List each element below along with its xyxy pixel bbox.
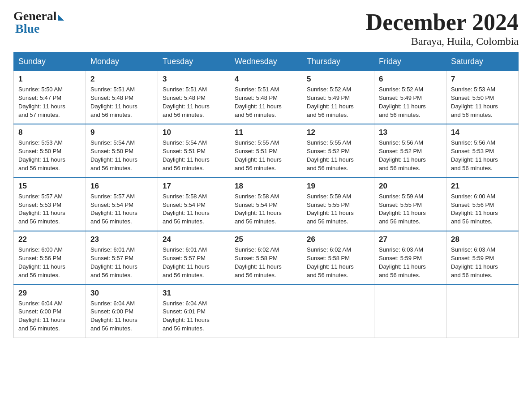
- calendar-cell: 10 Sunrise: 5:54 AM Sunset: 5:51 PM Dayl…: [158, 124, 230, 177]
- day-number: 9: [90, 128, 153, 137]
- day-info: Sunrise: 5:57 AM Sunset: 5:54 PM Dayligh…: [90, 193, 153, 226]
- day-info: Sunrise: 5:57 AM Sunset: 5:53 PM Dayligh…: [18, 193, 81, 226]
- calendar-cell: [374, 285, 446, 338]
- logo: General Blue: [13, 9, 64, 36]
- day-info: Sunrise: 5:56 AM Sunset: 5:53 PM Dayligh…: [451, 139, 514, 172]
- page-title: December 2024: [366, 9, 519, 35]
- logo-blue-text: Blue: [15, 21, 39, 36]
- day-info: Sunrise: 5:58 AM Sunset: 5:54 PM Dayligh…: [163, 193, 225, 226]
- calendar-day-header: Monday: [86, 52, 158, 71]
- day-info: Sunrise: 5:54 AM Sunset: 5:50 PM Dayligh…: [90, 139, 153, 172]
- day-number: 21: [451, 182, 514, 191]
- day-info: Sunrise: 6:00 AM Sunset: 5:56 PM Dayligh…: [18, 246, 81, 279]
- page-header: General Blue December 2024 Baraya, Huila…: [13, 9, 519, 47]
- calendar-cell: 17 Sunrise: 5:58 AM Sunset: 5:54 PM Dayl…: [158, 178, 230, 231]
- day-info: Sunrise: 5:59 AM Sunset: 5:55 PM Dayligh…: [307, 193, 369, 226]
- day-number: 8: [18, 128, 81, 137]
- calendar-cell: 16 Sunrise: 5:57 AM Sunset: 5:54 PM Dayl…: [86, 178, 158, 231]
- day-number: 15: [18, 182, 81, 191]
- calendar-cell: 23 Sunrise: 6:01 AM Sunset: 5:57 PM Dayl…: [86, 231, 158, 284]
- day-info: Sunrise: 5:55 AM Sunset: 5:52 PM Dayligh…: [307, 139, 369, 172]
- calendar-cell: 9 Sunrise: 5:54 AM Sunset: 5:50 PM Dayli…: [86, 124, 158, 177]
- calendar-cell: 1 Sunrise: 5:50 AM Sunset: 5:47 PM Dayli…: [14, 71, 86, 124]
- day-number: 12: [307, 128, 369, 137]
- calendar-cell: 29 Sunrise: 6:04 AM Sunset: 6:00 PM Dayl…: [14, 285, 86, 338]
- day-number: 5: [307, 75, 369, 84]
- calendar-cell: 3 Sunrise: 5:51 AM Sunset: 5:48 PM Dayli…: [158, 71, 230, 124]
- calendar-cell: 31 Sunrise: 6:04 AM Sunset: 6:01 PM Dayl…: [158, 285, 230, 338]
- day-info: Sunrise: 6:01 AM Sunset: 5:57 PM Dayligh…: [90, 246, 153, 279]
- day-info: Sunrise: 5:50 AM Sunset: 5:47 PM Dayligh…: [18, 86, 81, 119]
- calendar-cell: 7 Sunrise: 5:53 AM Sunset: 5:50 PM Dayli…: [446, 71, 519, 124]
- day-number: 17: [163, 182, 225, 191]
- day-number: 27: [379, 235, 442, 244]
- day-number: 3: [163, 75, 225, 84]
- calendar-day-header: Thursday: [302, 52, 374, 71]
- day-number: 30: [90, 289, 153, 298]
- day-number: 2: [90, 75, 153, 84]
- calendar-day-header: Tuesday: [158, 52, 230, 71]
- day-info: Sunrise: 5:51 AM Sunset: 5:48 PM Dayligh…: [235, 86, 297, 119]
- calendar-cell: 21 Sunrise: 6:00 AM Sunset: 5:56 PM Dayl…: [446, 178, 519, 231]
- calendar-cell: 28 Sunrise: 6:03 AM Sunset: 5:59 PM Dayl…: [446, 231, 519, 284]
- page-subtitle: Baraya, Huila, Colombia: [366, 35, 519, 47]
- calendar-cell: 14 Sunrise: 5:56 AM Sunset: 5:53 PM Dayl…: [446, 124, 519, 177]
- day-number: 1: [18, 75, 81, 84]
- day-info: Sunrise: 5:51 AM Sunset: 5:48 PM Dayligh…: [163, 86, 225, 119]
- day-number: 18: [235, 182, 297, 191]
- calendar-cell: 13 Sunrise: 5:56 AM Sunset: 5:52 PM Dayl…: [374, 124, 446, 177]
- day-number: 14: [451, 128, 514, 137]
- calendar-cell: 6 Sunrise: 5:52 AM Sunset: 5:49 PM Dayli…: [374, 71, 446, 124]
- calendar-cell: [230, 285, 302, 338]
- calendar-cell: 8 Sunrise: 5:53 AM Sunset: 5:50 PM Dayli…: [14, 124, 86, 177]
- day-number: 31: [163, 289, 225, 298]
- title-block: December 2024 Baraya, Huila, Colombia: [366, 9, 519, 47]
- day-number: 20: [379, 182, 442, 191]
- calendar-cell: 25 Sunrise: 6:02 AM Sunset: 5:58 PM Dayl…: [230, 231, 302, 284]
- calendar-cell: 22 Sunrise: 6:00 AM Sunset: 5:56 PM Dayl…: [14, 231, 86, 284]
- day-number: 26: [307, 235, 369, 244]
- calendar-cell: 11 Sunrise: 5:55 AM Sunset: 5:51 PM Dayl…: [230, 124, 302, 177]
- calendar-cell: 26 Sunrise: 6:02 AM Sunset: 5:58 PM Dayl…: [302, 231, 374, 284]
- day-info: Sunrise: 6:02 AM Sunset: 5:58 PM Dayligh…: [307, 246, 369, 279]
- calendar-cell: 12 Sunrise: 5:55 AM Sunset: 5:52 PM Dayl…: [302, 124, 374, 177]
- day-info: Sunrise: 6:04 AM Sunset: 6:00 PM Dayligh…: [18, 300, 81, 333]
- calendar-cell: 4 Sunrise: 5:51 AM Sunset: 5:48 PM Dayli…: [230, 71, 302, 124]
- calendar-cell: 24 Sunrise: 6:01 AM Sunset: 5:57 PM Dayl…: [158, 231, 230, 284]
- day-number: 16: [90, 182, 153, 191]
- logo-arrow-icon: [58, 14, 64, 21]
- day-info: Sunrise: 5:56 AM Sunset: 5:52 PM Dayligh…: [379, 139, 442, 172]
- day-number: 25: [235, 235, 297, 244]
- day-info: Sunrise: 6:02 AM Sunset: 5:58 PM Dayligh…: [235, 246, 297, 279]
- calendar-day-header: Saturday: [446, 52, 519, 71]
- day-info: Sunrise: 6:04 AM Sunset: 6:00 PM Dayligh…: [90, 300, 153, 333]
- calendar-day-header: Friday: [374, 52, 446, 71]
- day-info: Sunrise: 6:03 AM Sunset: 5:59 PM Dayligh…: [451, 246, 514, 279]
- day-info: Sunrise: 6:00 AM Sunset: 5:56 PM Dayligh…: [451, 193, 514, 226]
- day-info: Sunrise: 5:52 AM Sunset: 5:49 PM Dayligh…: [307, 86, 369, 119]
- day-info: Sunrise: 6:04 AM Sunset: 6:01 PM Dayligh…: [163, 300, 225, 333]
- day-number: 13: [379, 128, 442, 137]
- calendar-cell: 19 Sunrise: 5:59 AM Sunset: 5:55 PM Dayl…: [302, 178, 374, 231]
- calendar-cell: 5 Sunrise: 5:52 AM Sunset: 5:49 PM Dayli…: [302, 71, 374, 124]
- day-number: 23: [90, 235, 153, 244]
- day-info: Sunrise: 5:51 AM Sunset: 5:48 PM Dayligh…: [90, 86, 153, 119]
- day-number: 22: [18, 235, 81, 244]
- day-number: 11: [235, 128, 297, 137]
- day-info: Sunrise: 5:53 AM Sunset: 5:50 PM Dayligh…: [451, 86, 514, 119]
- calendar-table: SundayMondayTuesdayWednesdayThursdayFrid…: [13, 52, 519, 338]
- day-info: Sunrise: 5:52 AM Sunset: 5:49 PM Dayligh…: [379, 86, 442, 119]
- calendar-cell: [446, 285, 519, 338]
- day-number: 19: [307, 182, 369, 191]
- day-number: 24: [163, 235, 225, 244]
- day-number: 29: [18, 289, 81, 298]
- day-info: Sunrise: 5:54 AM Sunset: 5:51 PM Dayligh…: [163, 139, 225, 172]
- day-info: Sunrise: 5:53 AM Sunset: 5:50 PM Dayligh…: [18, 139, 81, 172]
- calendar-cell: 2 Sunrise: 5:51 AM Sunset: 5:48 PM Dayli…: [86, 71, 158, 124]
- day-number: 4: [235, 75, 297, 84]
- day-number: 7: [451, 75, 514, 84]
- calendar-cell: 20 Sunrise: 5:59 AM Sunset: 5:55 PM Dayl…: [374, 178, 446, 231]
- calendar-day-header: Sunday: [14, 52, 86, 71]
- calendar-cell: 27 Sunrise: 6:03 AM Sunset: 5:59 PM Dayl…: [374, 231, 446, 284]
- calendar-day-header: Wednesday: [230, 52, 302, 71]
